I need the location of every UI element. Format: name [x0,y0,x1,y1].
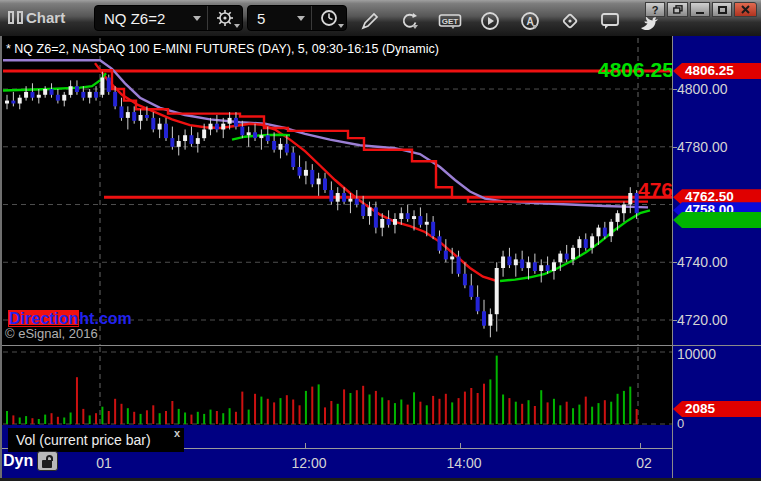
volume-bar [572,408,574,424]
candle-body [126,112,130,118]
candle-body [272,141,276,150]
candle-body [520,259,524,268]
left-border [0,36,2,478]
close-study-icon[interactable]: x [174,428,180,439]
volume-bar [210,410,212,424]
candle-body [183,135,187,141]
candle-body [355,199,359,205]
candle-body [495,268,499,314]
candle-body [622,205,626,214]
volume-bar [184,413,186,425]
volume-bar [254,394,256,424]
time-axis-label: 02 [636,455,652,471]
volume-bar [178,409,180,424]
candle-body [145,115,149,118]
candle-body [590,236,594,248]
candle-body [457,257,461,274]
candle-body [399,213,403,219]
volume-bar [114,399,116,424]
lock-button[interactable] [37,451,58,471]
candle-body [507,257,511,266]
candle-body [247,132,251,135]
volume-bar [483,384,485,424]
volume-bar [496,356,498,424]
candle-body [81,92,85,98]
candle-body [501,257,505,269]
candle-body [285,144,289,153]
green-ma-left [3,73,106,90]
candle-body [323,179,327,191]
volume-bar [534,406,536,424]
candle-body [151,118,155,129]
volume-bar [140,414,142,424]
pane-divider[interactable] [0,345,761,346]
alert-line-label: 4762.50 [638,180,673,200]
candle-body [304,170,308,176]
volume-bar [12,415,14,424]
candle-body [539,265,543,271]
axis-divider[interactable] [672,36,673,478]
volume-bar [464,392,466,424]
candle-body [412,216,416,219]
volume-bar [241,392,243,424]
candle-body [482,311,486,325]
volume-bar [394,403,396,424]
volume-bar [528,400,530,424]
volume-bar [604,400,606,424]
candle-body [527,262,531,268]
candle-body [444,251,448,260]
candle-body [240,127,244,136]
candle-body [558,254,562,263]
volume-bar [477,393,479,424]
volume-bar [547,402,549,424]
volume-bar [299,405,301,424]
volume-bar [629,387,631,424]
candle-body [463,274,467,286]
volume-bar [445,394,447,424]
volume-bar [235,412,237,424]
volume-bar [19,418,21,425]
candle-body [393,219,397,225]
volume-bar [260,397,262,424]
candle-body [628,193,632,205]
volume-bar [400,400,402,425]
candle-body [11,101,15,104]
volume-bar [248,410,250,424]
volume-bar [216,411,218,424]
candle-body [75,86,79,92]
alert-line-label: 4806.25 [598,60,672,80]
candle-body [310,170,314,184]
volume-bar [6,411,8,424]
candle-body [387,219,391,225]
candle-body [380,219,384,228]
candle-body [62,95,66,101]
volume-study-tab[interactable]: Vol (current price bar) x [8,428,184,452]
volume-bar [597,403,599,424]
volume-bar [458,398,460,424]
step-red-ma [100,70,648,201]
candle-body [69,86,73,95]
volume-bar [432,396,434,424]
volume-bar [502,395,504,425]
volume-bar [146,410,148,424]
candle-body [533,262,537,271]
volume-bar [407,405,409,424]
candle-body [253,132,257,138]
candle-body [278,144,282,150]
volume-bar [591,407,593,424]
candle-body [291,153,295,167]
volume-bar [31,418,33,424]
candle-body [368,207,372,216]
volume-bar [127,408,129,424]
candle-body [596,228,600,237]
volume-bar [222,413,224,424]
candle-body [437,236,441,250]
candle-body [469,285,473,297]
candle-body [431,222,435,236]
volume-bar [171,401,173,424]
candle-body [209,124,213,130]
candle-body [571,248,575,259]
volume-bar [76,377,78,424]
volume-bar [369,395,371,425]
watermark-rest: ht.com [79,310,131,327]
